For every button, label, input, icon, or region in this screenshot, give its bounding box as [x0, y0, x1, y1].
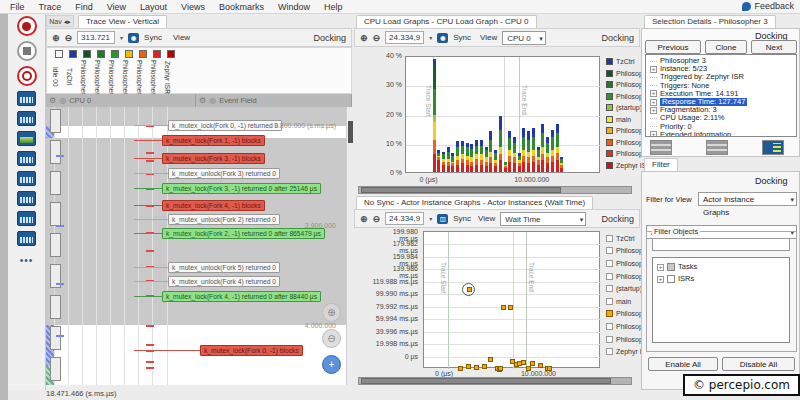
zoom-in-icon[interactable]: ⊕: [360, 33, 368, 43]
filter-for-view-select[interactable]: Actor Instance Graphs: [698, 192, 797, 206]
wait-time-point[interactable]: [501, 305, 506, 310]
trace-column-0[interactable]: Idle 00: [52, 50, 65, 94]
wait-time-point[interactable]: [474, 365, 479, 370]
cpu-load-bar[interactable]: [494, 55, 497, 172]
stop-button[interactable]: [17, 41, 37, 61]
detail-row[interactable]: +Extended Information: [650, 131, 796, 137]
trace-column-2[interactable]: Philosopher 0: [80, 50, 93, 94]
expander-icon[interactable]: +: [650, 66, 657, 73]
expander-icon[interactable]: +: [650, 131, 657, 137]
filter-checkbox[interactable]: [667, 275, 675, 283]
cpu-load-bar[interactable]: [437, 55, 440, 172]
wait-time-point[interactable]: [488, 357, 493, 362]
cpu-load-bar[interactable]: [480, 55, 483, 172]
cpu-load-bar[interactable]: [442, 55, 445, 172]
event-label[interactable]: k_mutex_lock(Fork 0, -1) blocks: [200, 345, 303, 356]
actor-graph-view-icon[interactable]: [17, 171, 36, 186]
disable-all-button[interactable]: Disable All: [722, 357, 795, 371]
event-label[interactable]: k_mutex_unlock(Fork 5) returned 0: [168, 262, 280, 273]
tab-selection-details[interactable]: Selection Details - Philosopher 3: [644, 15, 776, 28]
cpu-load-plot[interactable]: Trace StartTrace End: [405, 56, 600, 173]
clone-button[interactable]: Clone: [705, 40, 747, 54]
legend-checkbox[interactable]: [606, 273, 613, 280]
event-label[interactable]: k_mutex_unlock(Fork 4) returned 0: [168, 276, 280, 287]
menu-item-window[interactable]: Window: [278, 2, 310, 12]
interval-view-2-icon[interactable]: [706, 140, 728, 155]
zoom-level-input[interactable]: 313.721: [77, 31, 115, 44]
docking-label[interactable]: Docking: [313, 33, 346, 43]
menu-item-help[interactable]: Help: [324, 2, 343, 12]
filter-search-input[interactable]: [652, 238, 790, 251]
cpu-load-bar[interactable]: [447, 55, 450, 172]
communication-flow-icon[interactable]: [17, 191, 36, 206]
sync-icon[interactable]: ◫: [437, 214, 448, 224]
menu-item-views[interactable]: Views: [181, 2, 205, 12]
event-label[interactable]: k_mutex_lock(Fork 4, -1) blocks: [162, 200, 265, 211]
next-button[interactable]: Next: [751, 40, 797, 54]
tab-trace-view-vertical[interactable]: Trace View - Vertical: [78, 15, 167, 28]
cpu-load-bar[interactable]: [489, 55, 492, 172]
wait-time-point[interactable]: [498, 366, 503, 371]
menu-item-trace[interactable]: Trace: [39, 2, 62, 12]
cpu-load-hscrollbar[interactable]: [358, 186, 632, 194]
previous-button[interactable]: Previous: [645, 40, 701, 54]
gear-icon[interactable]: ⚙: [199, 96, 206, 105]
event-label[interactable]: k_mutex_lock(Fork 4, -1) returned 0 afte…: [162, 291, 321, 302]
cpu-load-bar[interactable]: [522, 55, 525, 172]
cpu-load-bar[interactable]: [433, 55, 436, 172]
cpu-load-bar[interactable]: [546, 55, 549, 172]
wait-time-point[interactable]: [538, 363, 543, 368]
sync-label[interactable]: Sync: [453, 33, 471, 42]
view-menu[interactable]: View: [173, 33, 190, 42]
cpu-load-bar[interactable]: [485, 55, 488, 172]
trace-column-6[interactable]: Philosopher 4: [136, 50, 149, 94]
cpu-load-bar[interactable]: [475, 55, 478, 172]
expander-icon[interactable]: +: [650, 99, 657, 106]
trace-column-1[interactable]: TzCtrl: [66, 50, 79, 94]
legend-checkbox[interactable]: [606, 310, 613, 317]
cpu-load-bar[interactable]: [513, 55, 516, 172]
expander-icon[interactable]: +: [657, 264, 664, 271]
legend-checkbox[interactable]: [606, 285, 613, 292]
enable-all-button[interactable]: Enable All: [648, 357, 718, 371]
menu-item-view[interactable]: View: [107, 2, 126, 12]
cpu-load-bar[interactable]: [518, 55, 521, 172]
zoom-fab-add[interactable]: +: [322, 355, 341, 374]
event-label[interactable]: k_mutex_lock(Fork 1, -1) blocks: [162, 135, 265, 146]
cpu-load-bar[interactable]: [560, 55, 563, 172]
legend-checkbox[interactable]: [606, 348, 613, 355]
tab-actor-instances[interactable]: No Sync - Actor Instance Graphs - Actor …: [356, 196, 593, 209]
cpu-load-view-icon[interactable]: [17, 131, 36, 146]
zoom-dropdown-icon[interactable]: ▾: [120, 34, 123, 41]
filter-checkbox[interactable]: [667, 263, 675, 271]
sync-icon[interactable]: ◉: [128, 33, 139, 43]
tab-filter[interactable]: Filter: [644, 158, 678, 171]
filter-tree-row[interactable]: +Tasks: [657, 261, 789, 273]
view-menu[interactable]: View: [478, 214, 495, 223]
zoom-out-icon[interactable]: ⊖: [65, 33, 73, 43]
cpu-load-bar[interactable]: [551, 55, 554, 172]
trace-column-5[interactable]: Philosopher 3: [122, 50, 135, 94]
cpu-load-bar[interactable]: [461, 55, 464, 172]
event-label[interactable]: k_mutex_lock(Fork 3, -1) blocks: [162, 153, 265, 164]
legend-checkbox[interactable]: [606, 235, 613, 242]
cpu-load-bar[interactable]: [451, 55, 454, 172]
cpu-load-bar[interactable]: [470, 55, 473, 172]
event-label[interactable]: k_mutex_lock(Fork 3, -1) returned 0 afte…: [162, 183, 321, 194]
cpu-load-bar[interactable]: [527, 55, 530, 172]
cpu-load-bar[interactable]: [466, 55, 469, 172]
menu-item-layout[interactable]: Layout: [140, 2, 167, 12]
trace-focus-icon[interactable]: [762, 140, 784, 155]
trace-canvas[interactable]: k_mutex_lock(Fork 0, -1) returned 0k_mut…: [46, 107, 346, 385]
zoom-fab[interactable]: ⊖: [322, 329, 341, 348]
trace-column-3[interactable]: Philosopher 1: [94, 50, 107, 94]
more-views-button[interactable]: •••: [20, 255, 34, 266]
menu-item-find[interactable]: Find: [75, 2, 93, 12]
actor-instances-hscrollbar[interactable]: [358, 377, 632, 385]
cpu-load-bar[interactable]: [541, 55, 544, 172]
legend-checkbox[interactable]: [606, 323, 613, 330]
expander-icon[interactable]: +: [650, 107, 657, 114]
feedback-button[interactable]: Feedback: [742, 1, 794, 11]
cpu-load-bar[interactable]: [508, 55, 511, 172]
section-header-event-field[interactable]: ⚙◎Event Field: [196, 94, 352, 107]
